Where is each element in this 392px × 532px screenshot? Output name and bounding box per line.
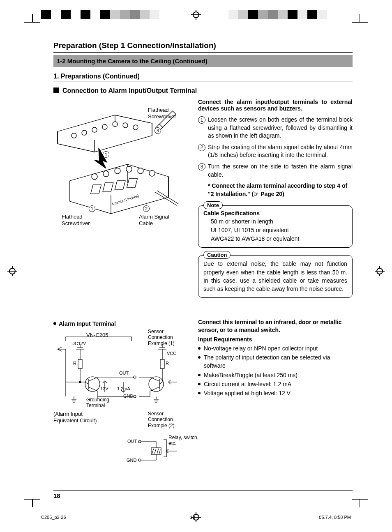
label-alarm-cable: Alarm Signal Cable [139, 214, 169, 226]
requirements-list: No-voltage relay or NPN open collector i… [198, 344, 353, 398]
registration-cross-icon [375, 266, 385, 276]
page-number: 18 [53, 490, 353, 499]
callout-3: 3 [154, 127, 161, 134]
footer-timestamp: 05.7.4, 0:58 PM [319, 515, 351, 520]
alarm-input-heading: Alarm Input Terminal [53, 320, 198, 327]
caution-label: Caution [203, 251, 231, 259]
label-grounding: Grounding Terminal [86, 397, 109, 409]
caution-text: Due to external noise, the cable may not… [203, 260, 347, 293]
callout-1: 1 [103, 151, 109, 158]
svg-point-20 [134, 376, 136, 378]
svg-point-16 [149, 170, 155, 176]
registration-cross-icon [191, 10, 201, 20]
right-column: Connect the alarm input/output terminals… [198, 99, 353, 468]
connect-instruction: Connect this terminal to an infrared, do… [198, 318, 353, 334]
svg-rect-17 [78, 359, 82, 368]
label-sensor2: Sensor Connection Example (2) [148, 411, 175, 428]
step-text: Loosen the screws on both edges of the t… [208, 116, 353, 140]
note-line: 50 m or shorter in length [211, 217, 347, 226]
alarm-input-circuit-diagram: VN-C205 DC12V R R OUT 12V 1.2mA Groundin… [53, 329, 193, 468]
label-sensor1: Sensor Connection Example (1) [148, 329, 175, 346]
callout-2: 2 [143, 205, 150, 212]
asterisk-note: * Connect the alarm terminal according t… [208, 182, 353, 198]
registration-cross-icon [7, 266, 17, 276]
step-3: 3 Turn the screw on the side to fasten t… [198, 163, 353, 179]
intro-text: Connect the alarm input/output terminals… [198, 99, 353, 112]
bullet-icon [53, 322, 56, 325]
svg-point-23 [149, 377, 164, 392]
svg-point-5 [123, 123, 128, 128]
label-gnd2: GND [127, 458, 136, 463]
heading-level-2: Connection to Alarm Input/Output Termina… [53, 87, 353, 94]
callout-1: 1 [89, 205, 95, 212]
svg-rect-22 [160, 359, 164, 368]
list-item: No-voltage relay or NPN open collector i… [198, 344, 353, 352]
svg-point-11 [92, 174, 97, 180]
left-column: 3 1 1 2 Flathead Screwdriver Flathead Sc… [53, 99, 198, 468]
svg-point-15 [138, 168, 143, 174]
svg-point-13 [115, 168, 120, 174]
list-item: Make/Break/Toggle (at least 250 ms) [198, 371, 353, 379]
label-dc12v: DC12V [71, 341, 86, 346]
list-item: Circuit current at low-level: 1.2 mA [198, 380, 353, 388]
label-equiv: (Alarm Input Equivalent Circuit) [53, 411, 97, 424]
svg-point-0 [71, 133, 76, 138]
label-vcc: VCC [167, 351, 176, 356]
svg-point-3 [102, 124, 107, 129]
footer-page: 18 [190, 515, 195, 520]
label-r2: R [166, 361, 169, 366]
step-number-icon: 3 [198, 163, 205, 170]
caution-box: Caution Due to external noise, the cable… [198, 255, 353, 297]
note-box: Note Cable Specifications 50 m or shorte… [198, 205, 353, 248]
label-flathead-top: Flathead Screwdriver [148, 107, 176, 120]
page: Preparation (Step 1 Connection/Installat… [0, 0, 392, 532]
step-number-icon: 1 [198, 116, 205, 124]
svg-point-14 [126, 166, 132, 172]
label-relay: Relay, switch, etc. [168, 435, 198, 447]
heading-level-1: 1. Preparations (Continued) [53, 73, 353, 81]
label-gnd1: GND [123, 394, 133, 399]
label-out1: OUT [119, 371, 129, 376]
svg-point-21 [134, 395, 136, 398]
svg-point-6 [133, 125, 138, 130]
label-out2: OUT [127, 439, 137, 444]
content-area: Preparation (Step 1 Connection/Installat… [53, 41, 353, 468]
step-text: Strip the coating of the alarm signal ca… [208, 143, 353, 159]
alarm-input-section: Alarm Input Terminal [53, 320, 198, 468]
step-text: Turn the screw on the side to fasten the… [208, 163, 353, 179]
note-title: Cable Specifications [203, 210, 347, 216]
step-2: 2 Strip the coating of the alarm signal … [198, 143, 353, 159]
label-flathead-bottom: Flathead Screwdriver [62, 214, 90, 226]
svg-point-19 [85, 377, 100, 392]
step-number-icon: 2 [198, 144, 205, 151]
list-item: Voltage applied at high level: 12 V [198, 389, 353, 397]
label-12v: 12V [100, 386, 108, 392]
crop-mark [32, 491, 48, 507]
crop-mark [32, 14, 48, 30]
svg-point-24 [138, 440, 141, 443]
footer-file: C205_p2-26 [41, 515, 66, 520]
terminal-block-diagram: 3 1 1 2 Flathead Screwdriver Flathead Sc… [53, 103, 185, 230]
svg-point-4 [113, 122, 118, 127]
svg-point-25 [138, 459, 141, 461]
note-label: Note [203, 201, 223, 209]
subsection-band: 1-2 Mounting the Camera to the Ceiling (… [53, 55, 353, 67]
square-bullet-icon [53, 88, 59, 93]
label-ma: 1.2mA [117, 386, 130, 392]
section-title: Preparation (Step 1 Connection/Installat… [53, 41, 353, 53]
svg-point-1 [82, 130, 87, 135]
svg-point-12 [103, 171, 109, 177]
label-vn: VN-C205 [86, 332, 108, 339]
input-requirements-section: Connect this terminal to an infrared, do… [198, 318, 353, 398]
note-line: UL1007, UL1015 or equivalent [211, 226, 347, 235]
input-requirements-heading: Input Requirements [198, 336, 353, 343]
step-1: 1 Loosen the screws on both edges of the… [198, 116, 353, 140]
label-r1: R [73, 361, 76, 366]
list-item: The polarity of input detection can be s… [198, 353, 353, 370]
heading-text: Connection to Alarm Input/Output Termina… [62, 87, 197, 94]
note-line: AWG#22 to AWG#18 or equivalent [211, 235, 347, 243]
footer: C205_p2-26 18 05.7.4, 0:58 PM [41, 515, 351, 520]
svg-point-2 [92, 127, 97, 132]
